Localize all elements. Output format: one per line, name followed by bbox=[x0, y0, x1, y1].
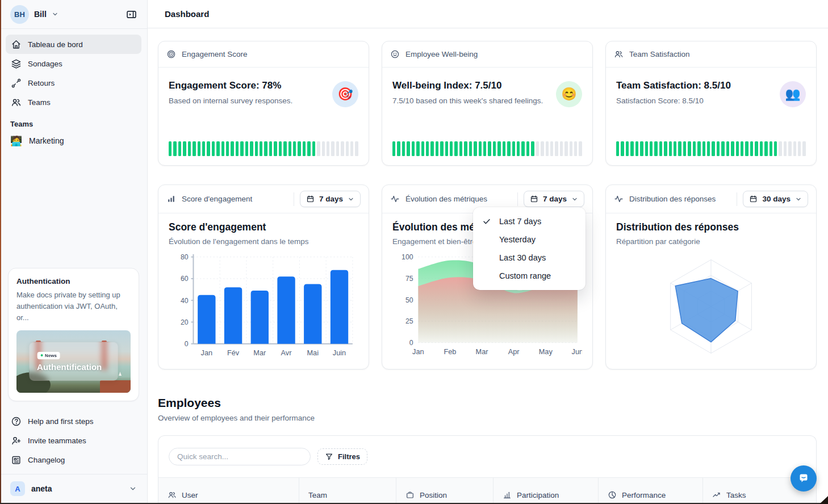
segmented-progress-bar bbox=[169, 141, 358, 156]
technologist-emoji-icon: 🧑‍💻 bbox=[10, 135, 22, 147]
column-header-user[interactable]: User bbox=[158, 478, 299, 504]
svg-text:Avr: Avr bbox=[281, 348, 292, 357]
chart-subtitle: Répartition par catégorie bbox=[616, 237, 806, 246]
svg-text:25: 25 bbox=[405, 317, 413, 325]
team-item-label: Marketing bbox=[29, 136, 64, 145]
screen-edge-artifact bbox=[0, 0, 1, 504]
sidebar-item-dashboard[interactable]: Tableau de bord bbox=[6, 35, 141, 54]
sidebar: BH Bill Tableau de bord Sondag bbox=[0, 0, 148, 504]
chart-title: Score d'engagement bbox=[169, 221, 358, 233]
svg-text:40: 40 bbox=[181, 297, 189, 305]
chart-subtitle: Évolution de l'engagement dans le temps bbox=[169, 237, 358, 246]
column-header-performance[interactable]: Performance bbox=[599, 478, 703, 504]
chevron-down-icon bbox=[348, 196, 354, 203]
dart-target-emoji-icon: 🎯 bbox=[332, 81, 358, 107]
sidebar-item-surveys[interactable]: Sondages bbox=[6, 54, 141, 73]
promo-title: Authentication bbox=[16, 277, 131, 285]
sidebar-item-marketing[interactable]: 🧑‍💻 Marketing bbox=[0, 131, 147, 151]
bar-chart-icon bbox=[503, 490, 512, 499]
svg-text:75: 75 bbox=[405, 275, 413, 283]
workspace-switcher[interactable]: BH Bill bbox=[0, 0, 147, 28]
sidebar-item-feedback[interactable]: Retours bbox=[6, 73, 141, 93]
divider bbox=[517, 192, 518, 206]
chart-title: Distribution des réponses bbox=[616, 221, 806, 233]
main-area: Dashboard Engagement Score Engagement Sc… bbox=[148, 0, 828, 504]
main-content: Engagement Score Engagement Score: 78% B… bbox=[148, 28, 828, 504]
account-switcher[interactable]: A aneta bbox=[0, 474, 147, 504]
users-icon bbox=[168, 490, 177, 499]
column-header-team[interactable]: Team bbox=[299, 478, 396, 504]
svg-text:Mar: Mar bbox=[476, 347, 489, 356]
stat-card-header: Engagement Score bbox=[158, 41, 369, 68]
home-icon bbox=[11, 39, 22, 50]
date-range-label: 30 days bbox=[762, 195, 791, 203]
stat-card-header-label: Employee Well-being bbox=[405, 50, 584, 58]
sidebar-item-label: Changelog bbox=[28, 456, 65, 464]
date-range-dropdown-menu: Last 7 days Yesterday Last 30 days Custo… bbox=[473, 207, 586, 290]
date-range-label: 7 days bbox=[543, 195, 567, 203]
promo-card-authentication[interactable]: Authentication Make docs private by sett… bbox=[8, 268, 139, 401]
filters-button[interactable]: Filtres bbox=[317, 448, 367, 465]
svg-text:0: 0 bbox=[185, 340, 189, 348]
svg-text:80: 80 bbox=[181, 253, 189, 261]
chevron-down-icon bbox=[129, 485, 137, 493]
chart-card-metrics-evolution: Évolution des métriques 7 days Évolution… bbox=[382, 184, 593, 369]
promo-image-title: Authentification bbox=[37, 362, 118, 372]
svg-text:20: 20 bbox=[181, 318, 189, 326]
chat-bubble-icon bbox=[797, 472, 810, 485]
unplug-icon bbox=[11, 78, 22, 89]
date-range-button[interactable]: 30 days bbox=[743, 191, 808, 207]
check-icon bbox=[482, 216, 492, 226]
divider bbox=[294, 192, 294, 206]
search-input[interactable] bbox=[169, 448, 311, 465]
svg-text:Mai: Mai bbox=[307, 348, 319, 357]
help-circle-icon bbox=[11, 416, 22, 427]
svg-text:Mar: Mar bbox=[253, 348, 266, 357]
sidebar-item-teams[interactable]: Teams bbox=[6, 93, 141, 112]
promo-description: Make docs private by setting up authenti… bbox=[16, 289, 131, 324]
bar-chart-icon bbox=[166, 194, 176, 204]
sidebar-item-label: Invite teammates bbox=[28, 436, 86, 445]
date-range-label: 7 days bbox=[319, 195, 343, 203]
stat-description: 7.5/10 based on this week's shared feeli… bbox=[392, 96, 543, 105]
chart-card-body: Score d'engagement Évolution de l'engage… bbox=[158, 213, 369, 364]
menu-item-last-7-days[interactable]: Last 7 days bbox=[473, 212, 586, 230]
employees-table-card: Filtres User Team bbox=[158, 435, 817, 504]
sidebar-item-changelog[interactable]: Changelog bbox=[6, 450, 141, 469]
calendar-icon bbox=[749, 195, 758, 203]
chart-card-header-label: Distribution des réponses bbox=[629, 195, 731, 203]
app-root: BH Bill Tableau de bord Sondag bbox=[0, 0, 828, 504]
account-avatar: A bbox=[10, 481, 25, 496]
column-header-position[interactable]: Position bbox=[396, 478, 494, 504]
divider bbox=[737, 192, 737, 206]
teams-section-label: Teams bbox=[0, 112, 147, 131]
svg-text:Apr: Apr bbox=[508, 347, 520, 356]
activity-icon bbox=[390, 194, 400, 204]
engagement-bar-chart: 020406080JanFévMarAvrMaiJuin bbox=[169, 249, 358, 364]
stat-description: Satisfaction Score: 8.5/10 bbox=[616, 96, 731, 105]
column-header-participation[interactable]: Participation bbox=[494, 478, 599, 504]
busts-emoji-icon: 👥 bbox=[780, 81, 806, 107]
stat-card-wellbeing: Employee Well-being Well-being Index: 7.… bbox=[382, 41, 593, 166]
sidebar-item-help[interactable]: Help and first steps bbox=[6, 411, 141, 431]
svg-text:Juin: Juin bbox=[333, 348, 346, 357]
collapse-sidebar-button[interactable] bbox=[123, 6, 139, 22]
calendar-icon bbox=[306, 195, 315, 203]
calendar-icon bbox=[530, 195, 538, 203]
menu-item-last-30-days[interactable]: Last 30 days bbox=[473, 249, 586, 267]
trend-up-icon bbox=[712, 490, 721, 499]
date-range-button[interactable]: 7 days bbox=[524, 191, 584, 207]
menu-item-yesterday[interactable]: Yesterday bbox=[473, 230, 586, 249]
stat-cards-row: Engagement Score Engagement Score: 78% B… bbox=[158, 41, 817, 166]
intercom-chat-button[interactable] bbox=[791, 465, 817, 492]
svg-text:0: 0 bbox=[409, 339, 413, 347]
sidebar-item-invite[interactable]: Invite teammates bbox=[6, 431, 141, 450]
date-range-button[interactable]: 7 days bbox=[300, 191, 361, 207]
stat-card-body: Engagement Score: 78% Based on internal … bbox=[158, 68, 369, 107]
stat-value: Engagement Score: 78% bbox=[169, 80, 292, 91]
briefcase-icon bbox=[405, 490, 415, 499]
menu-item-custom-range[interactable]: Custom range bbox=[473, 267, 586, 285]
sidebar-item-label: Retours bbox=[28, 79, 55, 87]
stat-value: Well-being Index: 7.5/10 bbox=[392, 80, 543, 91]
employees-title: Employees bbox=[158, 396, 817, 410]
